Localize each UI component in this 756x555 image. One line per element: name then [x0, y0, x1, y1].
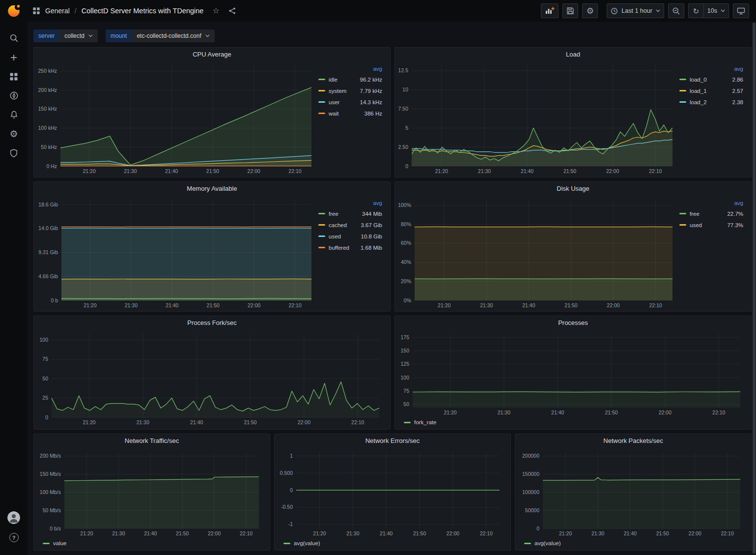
variable-mount-value[interactable]: etc-collectd-collectd.conf	[132, 29, 214, 42]
legend-item-wait[interactable]: wait386 Hz	[318, 108, 382, 119]
panel-title[interactable]: Network Errors/sec	[275, 434, 510, 447]
legend-item-used[interactable]: used77.3%	[679, 219, 743, 231]
dashboards-button[interactable]	[0, 67, 28, 86]
y-axis-label: 0.500	[280, 470, 293, 476]
x-axis-label: 21:30	[125, 302, 138, 308]
chart-network-packets[interactable]: 21:2021:3021:4021:5022:0022:100500001000…	[517, 447, 746, 538]
chart-process-fork[interactable]: 21:2021:3021:4021:5022:0022:100255075100	[36, 329, 385, 427]
server-admin-button[interactable]	[0, 144, 28, 163]
zoom-out-button[interactable]	[668, 3, 684, 18]
chart-network-errors[interactable]: 21:2021:3021:4021:5022:0022:10-1-0.5000.…	[277, 447, 505, 538]
configuration-button[interactable]: ⚙	[0, 124, 28, 144]
legend-item-used[interactable]: used10.8 Gib	[318, 231, 382, 242]
legend-item-load_2[interactable]: load_22.38	[679, 96, 743, 108]
panel-title[interactable]: Network Packets/sec	[515, 434, 751, 447]
dashboard-settings-button[interactable]: ⚙	[582, 3, 598, 18]
legend-item-system[interactable]: system7.79 kHz	[318, 85, 382, 96]
legend-swatch	[404, 422, 411, 423]
grafana-app: General / CollectD Server Metrics with T…	[0, 0, 756, 555]
x-axis-label: 21:40	[522, 302, 535, 308]
chart-processes[interactable]: 21:2021:3021:4021:5022:0022:105075100125…	[397, 329, 746, 417]
series-line-cached	[61, 279, 311, 279]
refresh-button[interactable]: ↻	[688, 3, 704, 18]
series-fill-load_0	[412, 110, 672, 166]
top-nav: General / CollectD Server Metrics with T…	[0, 0, 756, 22]
chart-load[interactable]: 21:2021:3021:4021:5022:0022:1002.5057.50…	[396, 61, 678, 176]
panel-body: 21:2021:3021:4021:5022:0022:100%20%40%60…	[395, 195, 751, 311]
y-axis-label: 250 kHz	[38, 68, 57, 74]
legend-swatch	[318, 90, 325, 91]
legend-item-load_0[interactable]: load_02.86	[679, 74, 743, 85]
panel-title[interactable]: Disk Usage	[395, 182, 751, 195]
legend-item-avg(value)[interactable]: avg(value)	[283, 538, 320, 548]
chart-disk-usage[interactable]: 21:2021:3021:4021:5022:0022:100%20%40%60…	[396, 195, 678, 310]
panel-title[interactable]: Process Fork/sec	[34, 316, 390, 329]
legend-item-free[interactable]: free344 Mib	[318, 208, 382, 219]
row-1: CPU Average 21:2021:3021:4021:5022:0022:…	[33, 47, 752, 177]
legend-item-load_1[interactable]: load_12.57	[679, 85, 743, 96]
y-axis-label: 125	[400, 361, 409, 367]
panel-title[interactable]: Memory Available	[34, 182, 390, 195]
share-icon[interactable]	[228, 7, 236, 15]
x-axis-label: 21:20	[444, 409, 456, 415]
scrollbar-thumb[interactable]	[753, 23, 756, 554]
gear-icon: ⚙	[587, 7, 594, 15]
legend-header[interactable]: avg	[318, 198, 382, 208]
legend-item-cached[interactable]: cached3.67 Gib	[318, 219, 382, 231]
y-axis-label: 0 b/s	[50, 526, 61, 531]
legend-item-avg(value)[interactable]: avg(value)	[524, 538, 561, 548]
favorite-star-icon[interactable]: ☆	[212, 7, 219, 15]
legend-value: 1.68 Mib	[357, 245, 382, 251]
panel-body: 21:2021:3021:4021:5022:0022:100 Hz50 kHz…	[34, 61, 390, 177]
help-button[interactable]: ?	[0, 528, 28, 547]
help-icon: ?	[9, 533, 19, 542]
search-button[interactable]	[0, 29, 28, 48]
legend-header[interactable]: avg	[318, 64, 382, 74]
clock-icon	[611, 7, 618, 15]
legend-item-user[interactable]: user14.3 kHz	[318, 96, 382, 108]
legend-item-value[interactable]: value	[43, 538, 67, 548]
time-range-picker[interactable]: Last 1 hour	[607, 3, 664, 18]
legend-item-idle[interactable]: idle96.2 kHz	[318, 74, 382, 85]
chart-cpu-average[interactable]: 21:2021:3021:4021:5022:0022:100 Hz50 kHz…	[35, 61, 317, 176]
legend-name: free	[690, 211, 700, 217]
panel-title[interactable]: CPU Average	[34, 48, 390, 61]
variable-server-value[interactable]: collectd	[59, 29, 98, 42]
scrollbar-track[interactable]	[752, 22, 756, 555]
y-axis-label: 50 Mb/s	[43, 507, 61, 513]
legend-name: avg(value)	[534, 540, 561, 546]
legend-name: avg(value)	[294, 540, 320, 546]
y-axis-label: 150000	[522, 471, 539, 477]
y-axis-label: 2.50	[398, 144, 409, 150]
grafana-logo[interactable]	[0, 0, 28, 22]
legend-swatch	[679, 213, 686, 214]
legend-item-free[interactable]: free22.7%	[679, 208, 743, 219]
panel-title[interactable]: Processes	[395, 316, 751, 329]
y-axis-label: 10	[402, 87, 408, 92]
explore-button[interactable]	[0, 86, 28, 105]
kiosk-mode-button[interactable]	[733, 3, 749, 18]
legend-name: idle	[329, 77, 337, 83]
create-button[interactable]: +	[0, 48, 28, 67]
panel-title[interactable]: Load	[395, 48, 751, 61]
panel-title[interactable]: Network Traffic/sec	[34, 434, 270, 447]
legend-header[interactable]: avg	[679, 198, 743, 208]
legend-value: 96.2 kHz	[356, 77, 382, 83]
breadcrumb-folder[interactable]: General	[45, 7, 70, 15]
x-axis-label: 21:30	[591, 530, 604, 536]
user-avatar-button[interactable]	[0, 508, 28, 527]
legend-item-fork_rate[interactable]: fork_rate	[404, 417, 436, 427]
chart-network-traffic[interactable]: 21:2021:3021:4021:5022:0022:100 b/s50 Mb…	[36, 447, 265, 538]
x-axis-label: 22:10	[288, 168, 301, 174]
chart-memory-available[interactable]: 21:2021:3021:4021:5022:0022:100 b4.66 Gi…	[35, 195, 317, 310]
legend-header[interactable]: avg	[679, 64, 743, 74]
refresh-interval-dropdown[interactable]: 10s	[704, 3, 729, 18]
x-axis-label: 21:20	[435, 168, 448, 174]
legend-item-buffered[interactable]: buffered1.68 Mib	[318, 242, 382, 253]
dashboard-title[interactable]: CollectD Server Metrics with TDengine	[82, 7, 204, 15]
alerting-button[interactable]	[0, 105, 28, 124]
save-dashboard-button[interactable]	[562, 3, 578, 18]
add-panel-button[interactable]	[541, 3, 559, 18]
x-axis-label: 21:40	[165, 168, 178, 174]
dashboards-icon	[32, 7, 40, 15]
